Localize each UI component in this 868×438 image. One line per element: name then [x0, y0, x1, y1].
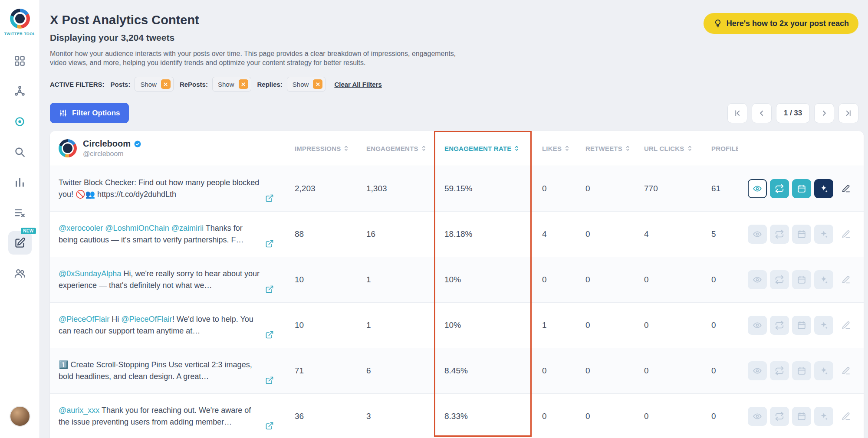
- column-header-url-clicks[interactable]: URL CLICKS: [634, 131, 701, 166]
- column-header-impressions[interactable]: IMPRESSIONS: [284, 131, 356, 166]
- edit-button[interactable]: [836, 270, 855, 289]
- retweet-icon: [775, 366, 784, 376]
- retweets-value: 0: [575, 412, 634, 421]
- repost-button[interactable]: [770, 179, 789, 198]
- ai-generate-button[interactable]: [814, 270, 833, 289]
- promo-button[interactable]: Here's how to 2x your post reach: [704, 13, 858, 34]
- view-details-button[interactable]: [748, 225, 767, 244]
- sort-icon[interactable]: [687, 144, 692, 152]
- column-header-profile-clicks[interactable]: PROFILE CLICKS: [701, 131, 738, 166]
- edit-button[interactable]: [836, 316, 855, 335]
- sidebar-item-filters[interactable]: [8, 201, 32, 224]
- clear-all-filters-link[interactable]: Clear All Filters: [334, 81, 381, 88]
- view-details-button[interactable]: [748, 361, 767, 380]
- external-link-icon[interactable]: [265, 376, 274, 393]
- repost-button[interactable]: [770, 225, 789, 244]
- remove-filter-button[interactable]: [239, 79, 248, 89]
- ai-generate-button[interactable]: [814, 179, 833, 198]
- table-row: Twitter Block Checker: Find out how many…: [50, 166, 864, 211]
- repost-button[interactable]: [770, 361, 789, 380]
- external-link-icon[interactable]: [265, 239, 274, 257]
- ai-generate-button[interactable]: [814, 361, 833, 380]
- edit-button[interactable]: [836, 225, 855, 244]
- mention-link[interactable]: @PieceOfFlair: [59, 315, 109, 324]
- page-header: X Post Analytics Content Displaying your…: [50, 13, 864, 67]
- mention-link[interactable]: @PieceOfFlair: [121, 315, 172, 324]
- sparkles-icon: [819, 275, 829, 284]
- view-details-button[interactable]: [748, 316, 767, 335]
- pencil-icon: [841, 320, 851, 330]
- next-page-button[interactable]: [814, 103, 834, 123]
- external-link-icon[interactable]: [265, 285, 274, 302]
- user-avatar[interactable]: [10, 406, 30, 427]
- tweet-text: Twitter Block Checker: Find out how many…: [59, 177, 260, 200]
- sort-icon[interactable]: [625, 144, 630, 152]
- impressions-value: 2,203: [284, 184, 356, 193]
- filter-chip-value: Show: [293, 81, 309, 88]
- new-badge: NEW: [21, 228, 36, 234]
- sort-icon[interactable]: [344, 144, 349, 152]
- calendar-icon: [797, 412, 806, 421]
- schedule-button[interactable]: [792, 179, 811, 198]
- main-content: X Post Analytics Content Displaying your…: [40, 0, 868, 438]
- ai-generate-button[interactable]: [814, 225, 833, 244]
- calendar-icon: [797, 320, 806, 330]
- previous-page-button[interactable]: [752, 103, 772, 123]
- ai-generate-button[interactable]: [814, 316, 833, 335]
- repost-button[interactable]: [770, 407, 789, 426]
- external-link-icon[interactable]: [265, 422, 274, 438]
- external-link-icon[interactable]: [265, 330, 274, 348]
- mention-link[interactable]: @xerocooler: [59, 224, 103, 232]
- repost-button[interactable]: [770, 316, 789, 335]
- mention-link[interactable]: @zaimirii: [171, 224, 204, 232]
- last-page-button[interactable]: [838, 103, 858, 123]
- sort-icon[interactable]: [565, 144, 569, 152]
- sidebar-item-create-post[interactable]: NEW: [8, 231, 32, 255]
- ai-generate-button[interactable]: [814, 407, 833, 426]
- sidebar-item-dashboard[interactable]: [8, 49, 32, 72]
- sidebar-item-analytics[interactable]: [8, 170, 32, 194]
- view-details-button[interactable]: [748, 407, 767, 426]
- sidebar-item-circle[interactable]: [8, 110, 32, 133]
- column-header-label: RETWEETS: [585, 145, 622, 152]
- mention-link[interactable]: @aurix_xxx: [59, 406, 99, 415]
- engagements-value: 3: [356, 412, 434, 421]
- sidebar-item-connections[interactable]: [8, 79, 32, 103]
- profile-clicks-value: 0: [701, 366, 738, 376]
- sidebar-item-audience[interactable]: [8, 261, 32, 285]
- app-logo[interactable]: TWITTER TOOL: [4, 9, 35, 36]
- sort-icon[interactable]: [421, 144, 426, 152]
- remove-filter-button[interactable]: [161, 79, 171, 89]
- edit-button[interactable]: [836, 179, 855, 198]
- mention-link[interactable]: @0xSundayAlpha: [59, 269, 121, 278]
- schedule-button[interactable]: [792, 316, 811, 335]
- first-page-button[interactable]: [727, 103, 747, 123]
- schedule-button[interactable]: [792, 361, 811, 380]
- engagements-value: 1: [356, 320, 434, 330]
- sidebar: TWITTER TOOL NEW: [0, 0, 40, 438]
- column-header-retweets[interactable]: RETWEETS: [575, 131, 634, 166]
- column-header-engagements[interactable]: ENGAGEMENTS: [356, 131, 434, 166]
- view-details-button[interactable]: [748, 270, 767, 289]
- column-header-engagement-rate[interactable]: ENGAGEMENT RATE: [434, 131, 532, 166]
- mention-link[interactable]: @LoshmiOnChain: [105, 224, 169, 232]
- external-link-icon[interactable]: [265, 194, 274, 211]
- row-actions: [738, 394, 864, 438]
- edit-button[interactable]: [836, 361, 855, 380]
- edit-button[interactable]: [836, 407, 855, 426]
- promo-button-label: Here's how to 2x your post reach: [727, 19, 849, 28]
- likes-value: 0: [532, 275, 575, 284]
- sidebar-item-search[interactable]: [8, 140, 32, 163]
- schedule-button[interactable]: [792, 225, 811, 244]
- sort-icon[interactable]: [514, 144, 519, 152]
- column-header-likes[interactable]: LIKES: [532, 131, 575, 166]
- view-details-button[interactable]: [748, 179, 767, 198]
- chevron-right-icon: [820, 109, 829, 118]
- schedule-button[interactable]: [792, 270, 811, 289]
- remove-filter-button[interactable]: [313, 79, 322, 89]
- schedule-button[interactable]: [792, 407, 811, 426]
- likes-value: 0: [532, 184, 575, 193]
- filter-options-button[interactable]: Filter Options: [50, 103, 129, 123]
- column-header-label: ENGAGEMENTS: [366, 145, 418, 152]
- repost-button[interactable]: [770, 270, 789, 289]
